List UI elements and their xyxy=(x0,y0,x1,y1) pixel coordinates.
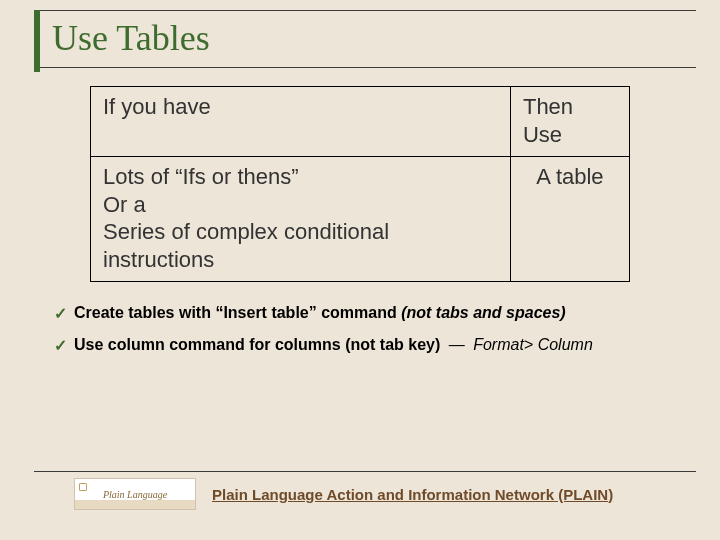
title-underline xyxy=(40,67,696,68)
tip-text: Create tables with “Insert table” comman… xyxy=(74,304,401,321)
tips-list: ✓ Create tables with “Insert table” comm… xyxy=(54,304,666,354)
tip-item: ✓ Use column command for columns (not ta… xyxy=(54,336,666,354)
guidance-table: If you have Then Use Lots of “Ifs or the… xyxy=(90,86,630,282)
footer-row: Plain Language Plain Language Action and… xyxy=(34,478,696,510)
tip-dash: — xyxy=(445,336,469,353)
tip-trail: Format> Column xyxy=(473,336,593,353)
table-header-then: Then Use xyxy=(510,87,629,157)
table-cell-action: A table xyxy=(510,157,629,282)
table-header-row: If you have Then Use xyxy=(91,87,630,157)
footer-rule xyxy=(34,471,696,472)
check-icon: ✓ xyxy=(54,304,67,323)
footer-logo: Plain Language xyxy=(74,478,196,510)
table-header-if: If you have xyxy=(91,87,511,157)
condition-line: Lots of “Ifs or thens” xyxy=(103,163,498,191)
tip-item: ✓ Create tables with “Insert table” comm… xyxy=(54,304,666,322)
content-area: If you have Then Use Lots of “Ifs or the… xyxy=(0,68,720,354)
logo-mark-icon xyxy=(79,483,87,491)
slide: Use Tables If you have Then Use Lots of … xyxy=(0,0,720,540)
check-icon: ✓ xyxy=(54,336,67,355)
logo-text: Plain Language xyxy=(103,489,167,500)
title-block: Use Tables xyxy=(34,10,696,68)
tip-text-emphasis: (not tabs and spaces) xyxy=(401,304,565,321)
condition-line: Or a xyxy=(103,191,498,219)
condition-line: Series of complex conditional instructio… xyxy=(103,218,498,273)
table-row: Lots of “Ifs or thens” Or a Series of co… xyxy=(91,157,630,282)
table-cell-condition: Lots of “Ifs or thens” Or a Series of co… xyxy=(91,157,511,282)
slide-title: Use Tables xyxy=(34,11,696,67)
tip-text: Use column command for columns (not tab … xyxy=(74,336,440,353)
footer: Plain Language Plain Language Action and… xyxy=(34,471,696,510)
footer-text: Plain Language Action and Information Ne… xyxy=(212,486,613,503)
